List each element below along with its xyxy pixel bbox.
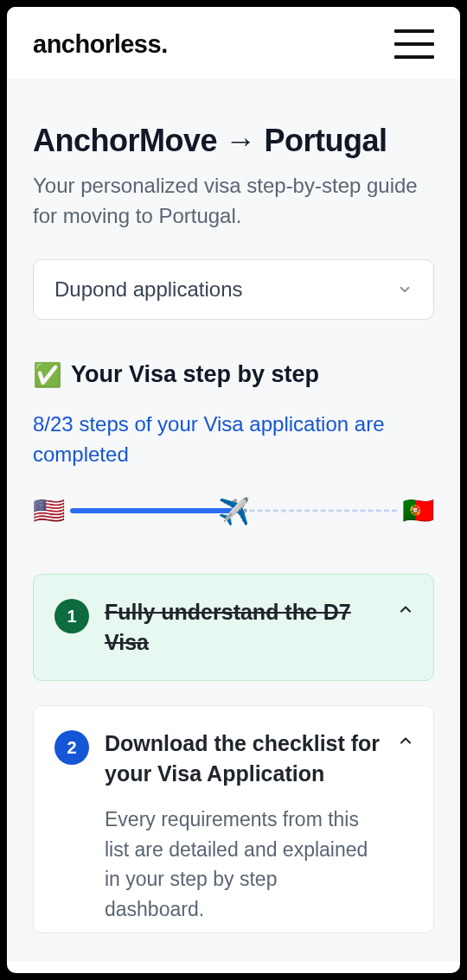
step-badge: 2 (54, 730, 89, 765)
app-frame: anchorless. AnchorMove → Portugal Your p… (0, 0, 467, 980)
page-title: AnchorMove → Portugal (33, 122, 434, 159)
page-body: AnchorMove → Portugal Your personalized … (7, 80, 460, 961)
step-card-1[interactable]: 1 Fully understand the D7 Visa (33, 574, 434, 681)
step-card-body: Download the checklist for your Visa App… (105, 729, 413, 924)
step-card-desc: Every requirements from this list are de… (105, 805, 381, 924)
step-card-title: Download the checklist for your Visa App… (105, 729, 381, 789)
header: anchorless. (7, 7, 460, 80)
page-subtitle: Your personalized visa step-by-step guid… (33, 171, 434, 232)
chevron-up-icon[interactable] (397, 732, 414, 749)
step-card-2[interactable]: 2 Download the checklist for your Visa A… (33, 705, 434, 933)
step-card-body: Fully understand the D7 Visa (105, 597, 413, 658)
progress-bar: 🇺🇸 ✈️ 🇵🇹 (33, 495, 434, 525)
check-icon: ✅ (33, 361, 62, 389)
steps-heading: ✅ Your Visa step by step (33, 361, 434, 389)
application-select[interactable]: Dupond applications (33, 259, 434, 320)
chevron-down-icon (397, 282, 413, 297)
progress-track: ✈️ (70, 498, 397, 524)
flag-from-icon: 🇺🇸 (33, 495, 65, 525)
flag-to-icon: 🇵🇹 (402, 495, 434, 525)
step-card-title: Fully understand the D7 Visa (105, 597, 381, 658)
progress-done (70, 508, 234, 513)
menu-icon[interactable] (394, 29, 434, 59)
logo: anchorless. (33, 30, 168, 59)
step-badge: 1 (54, 599, 89, 633)
chevron-up-icon[interactable] (397, 601, 414, 618)
progress-text: 8/23 steps of your Visa application are … (33, 410, 434, 470)
progress-remaining (234, 509, 397, 512)
plane-icon: ✈️ (218, 495, 250, 525)
steps-heading-text: Your Visa step by step (71, 361, 319, 388)
application-select-value: Dupond applications (54, 277, 243, 302)
